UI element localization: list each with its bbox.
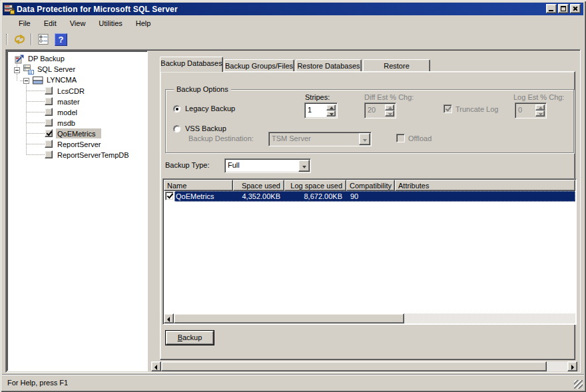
tree-checkbox-lcscdr[interactable]: [45, 87, 53, 95]
log-est-up-button: [535, 104, 545, 110]
app-icon: [4, 4, 15, 15]
tree-checkbox-master[interactable]: [45, 97, 53, 105]
options-button[interactable]: [36, 33, 51, 46]
backup-destination-combo: TSM Server: [268, 132, 372, 146]
refresh-button[interactable]: [12, 33, 27, 46]
tab-restore-databases[interactable]: Restore Databases: [296, 59, 362, 71]
database-table: Name Space used Log space used Compatibi…: [162, 178, 577, 325]
selected-row[interactable]: QoEMetrics 4,352.00KB 8,672.00KB 90: [174, 191, 575, 202]
title-bar[interactable]: Data Protection for Microsoft SQL Server: [3, 3, 583, 15]
stripes-spinner[interactable]: 1: [304, 102, 338, 118]
tree-connector: [17, 74, 17, 81]
pane-horizontal-scrollbar: [151, 361, 578, 371]
column-attributes[interactable]: Attributes: [395, 180, 575, 191]
menu-help[interactable]: Help: [129, 18, 158, 29]
tab-restore-groups-files[interactable]: Restore Groups/Files: [363, 59, 430, 71]
minimize-button[interactable]: [546, 4, 557, 13]
backup-type-combo[interactable]: Full: [224, 158, 311, 173]
log-est-label: Log Est % Chg:: [513, 93, 564, 101]
backup-button[interactable]: Backup: [165, 330, 214, 345]
tree-item-reportserver[interactable]: ReportServer: [57, 140, 101, 148]
window-title: Data Protection for Microsoft SQL Server: [17, 5, 178, 14]
tree-item-sql-server[interactable]: SQL Server: [37, 65, 75, 73]
column-log-space-used[interactable]: Log space used: [284, 180, 346, 191]
scrollbar-thumb[interactable]: [161, 361, 547, 371]
stripes-label: Stripes:: [305, 93, 330, 101]
dp-backup-icon: [15, 54, 25, 65]
cell-log-space-used: 8,672.00KB: [296, 192, 342, 200]
vss-backup-label[interactable]: VSS Backup: [185, 124, 226, 132]
cell-name: QoEMetrics: [176, 192, 214, 200]
tree-item-dp-backup[interactable]: DP Backup: [28, 55, 65, 63]
toolbar: ?: [3, 31, 583, 47]
vss-backup-radio[interactable]: [173, 125, 180, 132]
chevron-down-icon: [302, 166, 306, 168]
legacy-backup-radio[interactable]: [173, 105, 180, 112]
sql-server-icon: [23, 65, 34, 76]
table-horizontal-scrollbar: [164, 313, 575, 323]
tree-item-reportservertempdb[interactable]: ReportServerTempDB: [57, 151, 129, 159]
tree-checkbox-qoemetrics[interactable]: [45, 129, 53, 137]
scrollbar-thumb[interactable]: [174, 313, 404, 323]
column-compatibility[interactable]: Compatibility: [346, 180, 395, 191]
log-est-down-button: [535, 110, 545, 116]
tree-item-model[interactable]: model: [57, 108, 77, 116]
menu-utilities[interactable]: Utilities: [92, 18, 129, 29]
tree-expander-sql-server[interactable]: [14, 67, 20, 73]
tree-item-master[interactable]: master: [57, 98, 80, 106]
menu-file[interactable]: File: [12, 18, 37, 29]
tree-item-lyncma[interactable]: LYNCMA: [47, 76, 77, 84]
toolbar-grip[interactable]: [6, 34, 8, 45]
stripes-up-button[interactable]: [326, 104, 336, 110]
table-header: Name Space used Log space used Compatibi…: [164, 180, 575, 191]
backup-type-dropdown-button[interactable]: [298, 160, 310, 172]
app-window: Data Protection for Microsoft SQL Server…: [0, 0, 586, 392]
tree-expander-lyncma[interactable]: [23, 78, 29, 84]
status-bar: For Help, press F1: [2, 374, 584, 390]
tree-panel: DP Backup SQL Server LYNCMA: [7, 51, 148, 371]
tab-backup-databases[interactable]: Backup Databases: [160, 57, 223, 72]
cell-compatibility: 90: [350, 192, 358, 200]
stripes-down-button[interactable]: [326, 110, 336, 116]
menu-view[interactable]: View: [63, 18, 93, 29]
tree-checkbox-reportserver[interactable]: [45, 140, 53, 148]
help-button[interactable]: ?: [55, 33, 67, 46]
minimize-icon: [549, 10, 553, 11]
tree-item-qoemetrics[interactable]: QoEMetrics: [57, 130, 95, 138]
tab-backup-groups-files[interactable]: Backup Groups/Files: [224, 59, 294, 71]
maximize-button[interactable]: [558, 4, 569, 13]
panel-splitter[interactable]: [148, 51, 157, 371]
options-icon: [38, 34, 49, 45]
window-controls: [546, 4, 581, 13]
refresh-icon: [14, 34, 25, 45]
tree-checkbox-msdb[interactable]: [45, 118, 53, 126]
legacy-backup-label[interactable]: Legacy Backup: [185, 104, 235, 112]
tree-item-msdb[interactable]: msdb: [57, 119, 75, 127]
tree-item-lcscdr[interactable]: LcsCDR: [57, 87, 85, 95]
arrow-left-icon: [167, 317, 170, 322]
menu-edit[interactable]: Edit: [37, 18, 63, 29]
scrollbar-track[interactable]: [547, 361, 567, 371]
scroll-right-button[interactable]: [567, 361, 577, 371]
table-row[interactable]: QoEMetrics 4,352.00KB 8,672.00KB 90: [164, 191, 575, 202]
scroll-left-button[interactable]: [151, 361, 161, 371]
scroll-left-button[interactable]: [164, 313, 174, 323]
tree-connector: [27, 122, 45, 123]
status-text: For Help, press F1: [7, 379, 68, 387]
resize-grip-icon[interactable]: [574, 380, 583, 389]
diff-est-label: Diff Est % Chg:: [364, 93, 414, 101]
diff-est-spinner: 20: [364, 102, 396, 118]
close-button[interactable]: [570, 4, 581, 13]
scrollbar-track[interactable]: [404, 313, 575, 323]
diff-est-up-button: [385, 104, 394, 110]
column-name[interactable]: Name: [164, 180, 233, 191]
chevron-down-icon: [363, 139, 367, 142]
tree-checkbox-reportservertempdb[interactable]: [45, 150, 53, 158]
column-space-used[interactable]: Space used: [233, 180, 284, 191]
offload-label: Offload: [408, 134, 432, 142]
tree-connector: [27, 101, 45, 102]
tree-connector: [27, 133, 45, 134]
tree-checkbox-model[interactable]: [45, 108, 53, 116]
tree-connector: [27, 91, 45, 91]
row-checkbox-qoemetrics[interactable]: [165, 192, 174, 200]
